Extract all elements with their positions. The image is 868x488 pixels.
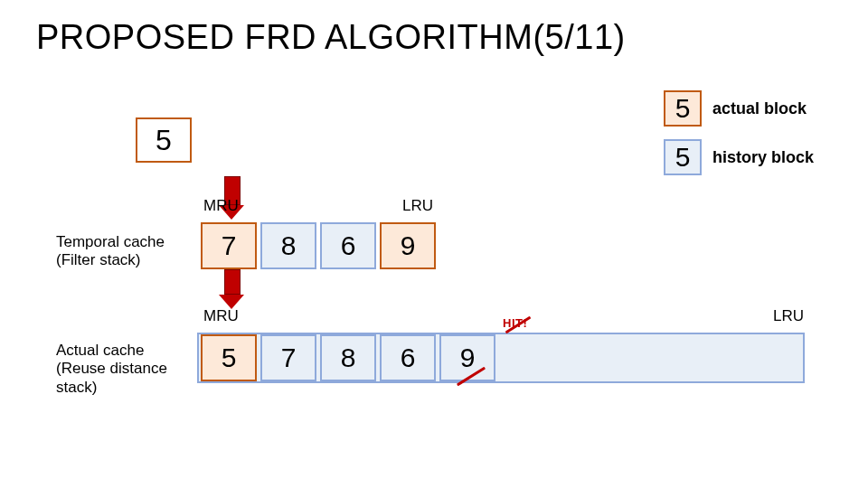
actual-cell: 6: [380, 334, 436, 381]
temporal-mru-tag: MRU: [203, 197, 239, 215]
actual-mru-tag: MRU: [203, 307, 239, 325]
legend: 5 actual block 5 history block: [664, 90, 814, 175]
arrow-down-icon: [224, 269, 244, 309]
actual-cell: 8: [320, 334, 376, 381]
temporal-cell: 8: [260, 222, 316, 269]
actual-cache-label-l3: stack): [56, 379, 97, 396]
temporal-cache-label-l1: Temporal cache: [56, 233, 165, 250]
temporal-cell: 7: [201, 222, 257, 269]
legend-actual: 5 actual block: [664, 90, 814, 127]
actual-cell: 5: [201, 334, 257, 381]
incoming-block: 5: [136, 117, 192, 163]
actual-cell: 7: [260, 334, 316, 381]
temporal-cache-label-l2: (Filter stack): [56, 251, 141, 268]
actual-cache-label-l1: Actual cache: [56, 342, 144, 359]
legend-history-cell: 5: [664, 139, 702, 175]
temporal-cache-label: Temporal cache (Filter stack): [56, 233, 192, 270]
legend-actual-cell: 5: [664, 90, 702, 127]
legend-history-label: history block: [712, 148, 814, 167]
temporal-cell: 6: [320, 222, 376, 269]
actual-lru-tag: LRU: [773, 307, 804, 325]
actual-cache-label: Actual cache (Reuse distance stack): [56, 342, 192, 397]
temporal-cell: 9: [380, 222, 436, 269]
temporal-lru-tag: LRU: [402, 197, 433, 215]
actual-cell: 9: [439, 334, 495, 381]
legend-history: 5 history block: [664, 139, 814, 175]
actual-cache-label-l2: (Reuse distance: [56, 360, 167, 377]
legend-actual-label: actual block: [712, 99, 807, 118]
temporal-row: 7 8 6 9: [201, 222, 436, 269]
page-title: PROPOSED FRD ALGORITHM(5/11): [36, 18, 626, 57]
actual-row: 5 7 8 6 9: [201, 334, 495, 381]
